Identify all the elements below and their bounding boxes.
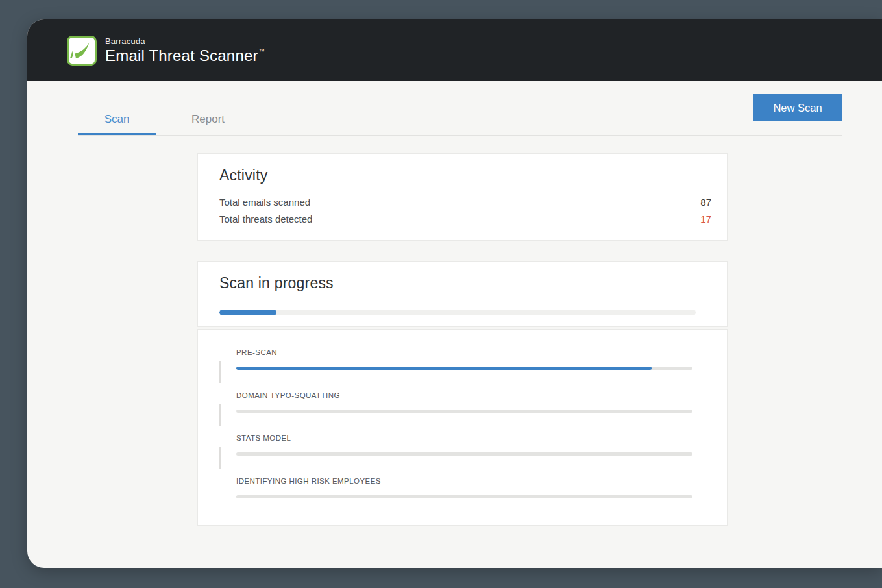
activity-row-threats-detected: Total threats detected 17 <box>219 211 711 228</box>
stage-identifying-high-risk-employees: IDENTIFYING HIGH RISK EMPLOYEES <box>198 477 727 498</box>
stage-progress-fill <box>236 367 652 370</box>
scan-stages-card: PRE-SCAN DOMAIN TYPO-SQUATTING STATS MOD… <box>197 329 728 526</box>
stage-label: PRE-SCAN <box>236 349 692 356</box>
app-header: Barracuda Email Threat Scanner™ <box>27 19 882 81</box>
overall-progress-bar <box>219 310 696 315</box>
stage-progress-bar <box>236 495 692 498</box>
stage-tick <box>219 404 221 426</box>
app-window: Barracuda Email Threat Scanner™ New Scan… <box>27 19 882 568</box>
emails-scanned-label: Total emails scanned <box>219 194 310 211</box>
stage-label: STATS MODEL <box>236 434 692 442</box>
stage-label: IDENTIFYING HIGH RISK EMPLOYEES <box>236 477 692 485</box>
tab-divider-line <box>78 135 842 136</box>
activity-row-emails-scanned: Total emails scanned 87 <box>219 194 711 211</box>
product-title-text: Email Threat Scanner <box>105 47 258 64</box>
overall-progress-fill <box>219 310 276 315</box>
tab-bar: Scan Report <box>78 113 230 136</box>
new-scan-button[interactable]: New Scan <box>753 94 842 121</box>
tab-scan[interactable]: Scan <box>78 113 156 136</box>
tab-report[interactable]: Report <box>186 113 230 136</box>
stage-pre-scan: PRE-SCAN <box>198 349 727 370</box>
stage-tick <box>219 447 221 469</box>
page-background: { "header": { "brand": "Barracuda", "pro… <box>0 0 882 588</box>
barracuda-fin-icon <box>67 36 97 66</box>
stage-domain-typo-squatting: DOMAIN TYPO-SQUATTING <box>198 391 727 413</box>
scan-progress-title: Scan in progress <box>219 275 727 292</box>
threats-detected-label: Total threats detected <box>219 211 312 228</box>
stage-tick <box>219 361 221 383</box>
activity-title: Activity <box>219 167 727 184</box>
threats-detected-value: 17 <box>700 211 711 228</box>
activity-rows: Total emails scanned 87 Total threats de… <box>219 194 711 228</box>
brand-name: Barracuda <box>105 36 265 46</box>
emails-scanned-value: 87 <box>700 194 711 211</box>
stage-progress-bar <box>236 410 692 413</box>
brand-text: Barracuda Email Threat Scanner™ <box>105 36 265 65</box>
scan-progress-card: Scan in progress <box>197 261 728 327</box>
main-content: New Scan Scan Report Activity Total emai… <box>27 81 882 568</box>
activity-card: Activity Total emails scanned 87 Total t… <box>197 153 728 241</box>
stage-label: DOMAIN TYPO-SQUATTING <box>236 391 692 399</box>
stage-progress-bar <box>236 452 692 456</box>
trademark-symbol: ™ <box>259 48 265 55</box>
stage-progress-bar <box>236 367 692 370</box>
product-title: Email Threat Scanner™ <box>105 47 265 65</box>
stage-stats-model: STATS MODEL <box>198 434 727 456</box>
